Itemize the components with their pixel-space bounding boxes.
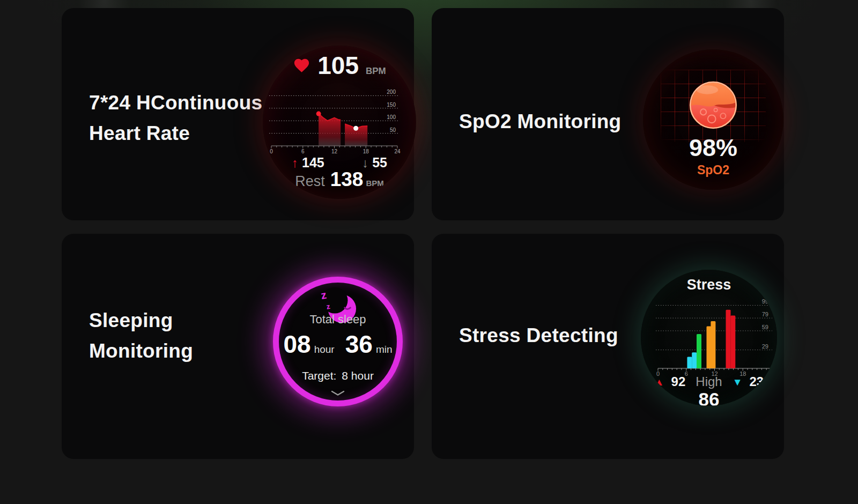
chevron-down-icon (331, 390, 345, 396)
svg-text:18: 18 (363, 149, 369, 154)
sleep-target-row: Target:8 hour (279, 369, 397, 382)
sleep-duration: 08hour36min (279, 330, 397, 359)
spo2-percent-value: 98% (643, 134, 783, 162)
stress-title-text: Stress Detecting (459, 320, 618, 351)
svg-text:6: 6 (301, 149, 305, 154)
sleep-title-line2: Monitoring (89, 336, 193, 366)
heart-rate-chart: 5010015020006121824 (267, 87, 402, 157)
heart-rate-title-line2: Heart Rate (89, 118, 262, 149)
spo2-orb-icon (689, 80, 738, 130)
heart-rate-minmax-row: ↑ 145 ↓ 55 (292, 156, 387, 169)
product-feature-section: { "cards": { "heart_rate": { "title_line… (0, 0, 858, 504)
heart-rate-rest-row: Rest138BPM (263, 168, 416, 191)
svg-text:24: 24 (768, 370, 774, 377)
stress-high-value: 92 (671, 375, 686, 388)
heart-rate-max: ↑ 145 (292, 156, 324, 169)
card-heart-rate: 7*24 HContinuous Heart Rate 105 BPM 5010… (62, 8, 414, 220)
heart-rate-unit: BPM (366, 66, 386, 77)
stress-current-value: 86 (641, 389, 777, 406)
svg-text:0: 0 (270, 149, 273, 154)
stress-title: Stress Detecting (459, 320, 618, 351)
svg-text:150: 150 (387, 102, 396, 108)
card-stress: Stress Detecting Stress 2959799906121824… (432, 234, 784, 459)
stress-high-label: High (696, 375, 722, 388)
heart-rate-min: ↓ 55 (362, 156, 387, 169)
triangle-up-icon: ▲ (654, 377, 664, 387)
heart-rate-min-value: 55 (372, 156, 387, 169)
sleep-title: Sleeping Monitoring (89, 305, 193, 366)
svg-text:24: 24 (394, 149, 401, 154)
stress-chart: 2959799906121824 (653, 293, 777, 377)
rest-value: 138 (330, 168, 364, 190)
triangle-down-icon: ▼ (733, 377, 743, 387)
svg-text:12: 12 (331, 149, 338, 154)
sleep-title-line1: Sleeping (89, 305, 193, 336)
sleep-minutes-value: 36 (345, 330, 373, 358)
sleep-watch-face: z z Total sleep 08hour36min Target:8 hou… (273, 277, 403, 406)
svg-text:50: 50 (390, 127, 396, 133)
heart-rate-title-line1: 7*24 HContinuous (89, 87, 262, 118)
heart-rate-value: 105 (317, 53, 359, 78)
heart-rate-current-row: 105 BPM (263, 53, 416, 78)
svg-text:200: 200 (387, 89, 396, 95)
arrow-up-icon: ↑ (292, 157, 298, 169)
sleep-hours-value: 08 (284, 330, 311, 358)
sleep-target-value: 8 hour (342, 369, 374, 382)
svg-text:99: 99 (762, 298, 768, 305)
heart-rate-max-value: 145 (302, 156, 324, 169)
card-spo2: SpO2 Monitoring (432, 8, 784, 220)
total-sleep-label: Total sleep (279, 313, 397, 327)
spo2-title: SpO2 Monitoring (459, 106, 622, 137)
stress-low-value: 23 (749, 375, 764, 388)
heart-rate-title: 7*24 HContinuous Heart Rate (89, 87, 262, 149)
svg-text:59: 59 (762, 324, 768, 330)
sleep-target-label: Target: (302, 369, 336, 382)
spo2-title-text: SpO2 Monitoring (459, 106, 622, 137)
spo2-watch-face: 98% SpO2 (643, 49, 783, 190)
rest-label: Rest (295, 173, 325, 189)
rest-unit: BPM (366, 179, 383, 188)
sleep-minutes-unit: min (376, 344, 393, 355)
stress-highlow-row: ▲ 92 High ▼ 23 (641, 375, 777, 388)
stress-watch-face: Stress 2959799906121824 ▲ 92 High ▼ 23 8… (641, 270, 777, 406)
svg-text:79: 79 (762, 311, 768, 317)
arrow-down-icon: ↓ (362, 157, 368, 169)
heart-rate-watch-face: 105 BPM 5010015020006121824 ↑ 145 ↓ 55 (263, 46, 416, 199)
svg-text:100: 100 (387, 114, 396, 120)
sleep-hours-unit: hour (314, 344, 335, 355)
stress-watch-header: Stress (641, 277, 777, 293)
card-sleep: Sleeping Monitoring z z Total sleep 08ho… (62, 234, 414, 459)
svg-text:29: 29 (762, 343, 768, 350)
spo2-label: SpO2 (643, 163, 783, 177)
heart-icon (293, 57, 310, 73)
